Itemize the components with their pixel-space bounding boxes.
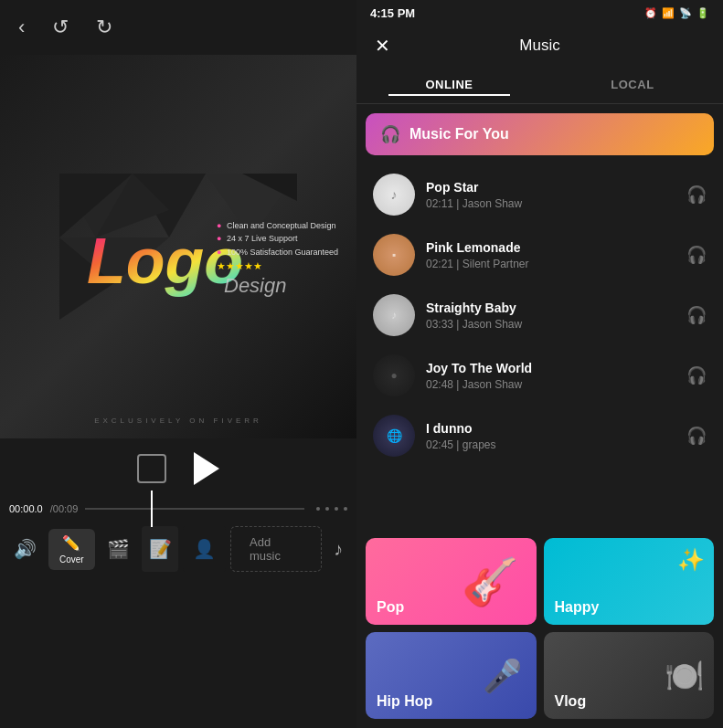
add-music-area[interactable]: Add music [230,526,322,572]
preview-joy[interactable]: 🎧 [686,365,707,385]
music-header: ✕ Music [356,26,723,66]
music-info-popstar: Pop Star 02:11 | Jason Shaw [426,180,675,210]
song-name-straighty: Straighty Baby [426,301,675,315]
music-info-dunno: I dunno 02:45 | grapes [426,421,675,451]
tab-local[interactable]: LOCAL [574,73,690,96]
clip-icon[interactable] [137,454,166,483]
music-item[interactable]: ♪ Pop Star 02:11 | Jason Shaw 🎧 [366,164,714,225]
music-list: ♪ Pop Star 02:11 | Jason Shaw 🎧 ▪ Pink L… [356,164,723,529]
alarm-icon: ⏰ [644,7,657,19]
music-for-you-label: Music For You [409,126,509,142]
album-art-straighty: ♪ [373,294,415,336]
preview-straighty[interactable]: 🎧 [686,305,707,325]
left-panel: ‹ ↺ ↻ Logo Design [0,0,356,728]
left-toolbar: ‹ ↺ ↻ [0,0,356,55]
logo-image: Logo Design ● Clean and Conceptual Desig… [0,55,356,438]
genre-card-pop[interactable]: Pop [366,538,537,625]
svg-text:Design: Design [224,274,286,297]
song-name-pink: Pink Lemonade [426,240,675,255]
bottom-toolbar: 🔊 ✏️ Cover 🎬 📝 👤 Add music ♪ [0,519,356,579]
music-item[interactable]: ● Joy To The World 02:48 | Jason Shaw 🎧 [366,345,714,406]
music-info-pink: Pink Lemonade 02:21 | Silent Partner [426,240,675,270]
time-total: /00:09 [50,503,79,514]
logo-overlay-text: ● Clean and Conceptual Design ● 24 x 7 L… [217,219,338,275]
undo-icon[interactable]: ↺ [52,16,69,39]
preview-dunno[interactable]: 🎧 [686,426,707,446]
music-item[interactable]: ▪ Pink Lemonade 02:21 | Silent Partner 🎧 [366,225,714,285]
status-icons: ⏰ 📶 📡 🔋 [644,7,709,19]
timeline-clips: 📝 👤 Add music [142,526,322,572]
genre-label-vlog: Vlog [555,693,587,710]
fiverr-text: EXCLUSIVELY ON FIVERR [94,417,262,425]
video-clip-icon[interactable]: 🎬 [102,533,134,564]
genre-card-happy[interactable]: Happy [544,538,715,625]
music-info-joy: Joy To The World 02:48 | Jason Shaw [426,361,675,391]
genre-label-pop: Pop [377,599,404,616]
volume-icon[interactable]: 🔊 [9,533,41,564]
song-meta-straighty: 03:33 | Jason Shaw [426,318,675,331]
genre-grid: Pop Happy Hip Hop Vlog [356,529,723,728]
cover-button[interactable]: ✏️ Cover [48,529,95,570]
timeline-track[interactable] [85,508,304,510]
preview-pink[interactable]: 🎧 [686,245,707,265]
pen-icon: ✏️ [62,534,80,552]
album-art-dunno: 🌐 [373,415,415,457]
status-time: 4:15 PM [370,6,415,20]
close-button[interactable]: ✕ [375,35,390,57]
genre-label-hiphop: Hip Hop [377,693,432,710]
genre-card-hiphop[interactable]: Hip Hop [366,632,537,719]
headphone-icon: 🎧 [380,124,400,144]
song-meta-joy: 02:48 | Jason Shaw [426,378,675,391]
music-item[interactable]: ♪ Straighty Baby 03:33 | Jason Shaw 🎧 [366,285,714,345]
song-name-popstar: Pop Star [426,180,675,195]
album-art-joy: ● [373,354,415,396]
right-panel: 4:15 PM ⏰ 📶 📡 🔋 ✕ Music ONLINE LOCAL 🎧 M… [356,0,723,728]
preview-popstar[interactable]: 🎧 [686,185,707,205]
music-note-icon[interactable]: ♪ [329,534,347,564]
back-icon[interactable]: ‹ [18,16,25,39]
album-art-popstar: ♪ [373,174,415,216]
timeline-dots [312,507,347,511]
tabs-container: ONLINE LOCAL [356,66,723,104]
wifi-icon: 📡 [679,7,692,19]
song-meta-popstar: 02:11 | Jason Shaw [426,197,675,210]
album-art-pink: ▪ [373,234,415,276]
video-preview: Logo Design ● Clean and Conceptual Desig… [0,55,356,438]
status-bar: 4:15 PM ⏰ 📶 📡 🔋 [356,0,723,26]
song-name-dunno: I dunno [426,421,675,436]
add-music-label: Add music [250,535,303,563]
signal-icon: 📶 [662,7,675,19]
clip-thumb-1[interactable]: 📝 [142,526,179,572]
genre-card-vlog[interactable]: Vlog [544,632,715,719]
music-item[interactable]: 🌐 I dunno 02:45 | grapes 🎧 [366,406,714,466]
cover-label: Cover [59,554,84,564]
music-panel-title: Music [519,37,559,55]
time-current: 00:00.0 [9,503,43,514]
genre-label-happy: Happy [555,599,600,616]
song-meta-pink: 02:21 | Silent Partner [426,258,675,270]
music-info-straighty: Straighty Baby 03:33 | Jason Shaw [426,301,675,331]
music-for-you-header[interactable]: 🎧 Music For You [366,113,714,155]
play-button[interactable] [194,452,219,485]
tab-online[interactable]: ONLINE [388,73,509,96]
clip-thumb-2[interactable]: 👤 [183,526,226,572]
play-controls [0,438,356,499]
song-name-joy: Joy To The World [426,361,675,375]
song-meta-dunno: 02:45 | grapes [426,438,675,451]
redo-icon[interactable]: ↻ [96,16,112,39]
timeline-bar: 00:00.0 /00:09 [0,499,356,519]
battery-icon: 🔋 [696,7,709,19]
